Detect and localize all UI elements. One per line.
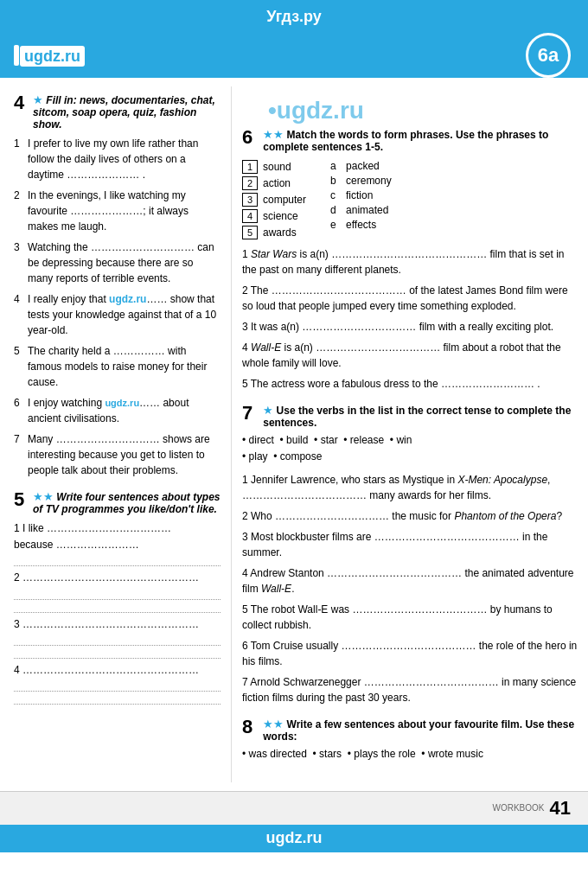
match-row: 4 science [242,209,306,223]
exercise-8: 8 ★★ Write a few sentences about your fa… [242,718,578,762]
ex4-instruction: Fill in: news, documentaries, chat, sitc… [33,94,215,131]
list-item: 1 I like ……………………………… because …………………… [14,520,220,566]
list-item: 5 The charity held a …………… with famous m… [14,343,220,390]
footer: WORKBOOK 41 [0,791,588,825]
match-row: b ceremony [330,175,392,187]
page-number: 41 [550,797,571,820]
list-item: 4 …………………………………………… [14,662,220,705]
bottom-logo: ugdz.ru [266,829,323,847]
badge-6a: 6а [526,33,571,78]
match-row: a packed [330,160,392,172]
list-item: 3 …………………………………………… [14,616,220,659]
ex7-number: 7 [242,404,252,423]
ex8-star: ★★ [263,718,284,730]
list-item: 5 The robot Wall-E was ………………………………… by … [242,602,578,633]
list-item: 4 I really enjoy that ugdz.ru…… show tha… [14,291,220,338]
list-item: 6 Tom Cruise usually ………………………………… the r… [242,638,578,669]
list-item: 3 Watching the ………………………… can be depress… [14,239,220,286]
list-item: 2 In the evenings, I like watching my fa… [14,188,220,234]
list-item: 2 …………………………………………… [14,570,220,612]
exercise-4: 4 ★ Fill in: news, documentaries, chat, … [14,93,220,478]
ex5-number: 5 [14,490,24,509]
list-item: 3 Most blockbuster films are ……………………………… [242,529,578,560]
match-row: 1 sound [242,160,306,174]
list-item: 6 I enjoy watching ugdz.ru…… about ancie… [14,395,220,426]
list-item: 7 Arnold Schwarzenegger ………………………………… in… [242,674,578,705]
exercise-6: 6 ★★ Match the words to form phrases. Us… [242,128,578,392]
list-item: 4 Andrew Stanton ………………………………… the anima… [242,565,578,596]
list-item: 2 The ………………………………… of the latest James … [242,283,578,314]
match-right-col: a packed b ceremony c fiction d animated [330,160,392,239]
ex4-star: ★ [33,93,43,106]
match-row: 3 computer [242,193,306,207]
right-column: •ugdz.ru 6 ★★ Match the words to form ph… [232,86,588,782]
list-item: 3 It was a(n) …………………………… film with a re… [242,319,578,335]
ex8-number: 8 [242,718,252,737]
exercise-7: 7 ★ Use the verbs in the list in the cor… [242,404,578,705]
match-row: e effects [330,219,392,231]
list-item: 2 Who …………………………… the music for Phantom … [242,508,578,524]
site-title: Угдз.ру [266,8,322,26]
workbook-label: WORKBOOK [493,803,545,813]
list-item: 1 I prefer to live my own life rather th… [14,136,220,182]
ex6-star: ★★ [263,128,284,141]
list-item: 5 The actress wore a fabulous dress to t… [242,376,578,392]
ex7-star: ★ [263,404,273,417]
ex7-sentences: 1 Jennifer Lawrence, who stars as Mystiq… [242,472,578,705]
list-item: 1 Jennifer Lawrence, who stars as Mystiq… [242,472,578,503]
match-table: 1 sound 2 action 3 computer 4 science [242,160,578,239]
ex5-items: 1 I like ……………………………… because …………………… 2… [14,520,220,705]
ex7-instruction: Use the verbs in the list in the correct… [263,405,571,429]
ex6-number: 6 [242,128,252,147]
header: ugdz.ru 6а [0,33,588,78]
ex8-instruction: Write a few sentences about your favouri… [263,718,574,743]
header-logo: ugdz.ru [14,46,86,66]
ex5-instruction: Write four sentences about types of TV p… [33,491,220,515]
match-row: 2 action [242,176,306,190]
match-row: d animated [330,204,392,216]
top-bar: Угдз.ру [0,0,588,33]
list-item: 7 Many ………………………… shows are interesting … [14,431,220,478]
ex4-number: 4 [14,93,24,112]
ex6-instruction: Match the words to form phrases. Use the… [263,129,548,153]
left-column: 4 ★ Fill in: news, documentaries, chat, … [0,86,232,782]
ex6-sentences: 1 Star Wars is a(n) ……………………………………… film… [242,246,578,392]
match-left-col: 1 sound 2 action 3 computer 4 science [242,160,306,239]
main-content: 4 ★ Fill in: news, documentaries, chat, … [0,78,588,791]
list-item: 4 Wall-E is a(n) ……………………………… film about… [242,340,578,371]
watermark-top: •ugdz.ru [268,97,578,124]
bottom-bar: ugdz.ru [0,825,588,852]
match-row: 5 awards [242,226,306,239]
exercise-5: 5 ★★ Write four sentences about types of… [14,490,220,705]
list-item: 1 Star Wars is a(n) ……………………………………… film… [242,246,578,278]
ex4-items: 1 I prefer to live my own life rather th… [14,136,220,478]
ex5-star: ★★ [33,490,54,503]
ex7-word-list: • direct • build • star • release • win … [242,432,578,465]
ex8-word-list: • was directed • stars • plays the role … [242,746,578,762]
match-row: c fiction [330,189,392,201]
